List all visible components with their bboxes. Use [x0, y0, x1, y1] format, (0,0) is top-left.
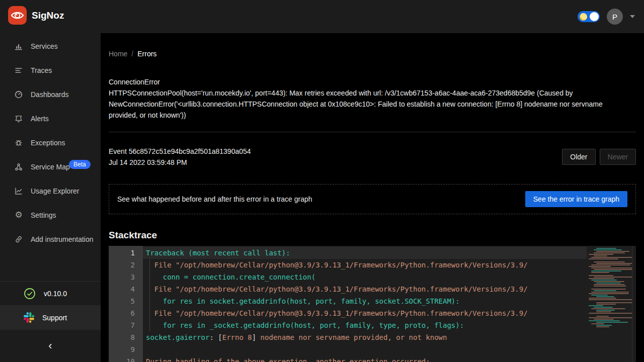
- code-line: File "/opt/homebrew/Cellar/python@3.9/3.…: [143, 259, 587, 271]
- sidebar-item-label: Settings: [31, 211, 56, 219]
- trace-graph-callout: See what happened before and after this …: [109, 184, 636, 214]
- sidebar-item-label: Exceptions: [31, 139, 65, 147]
- breadcrumb-current: Errors: [137, 50, 156, 58]
- sidebar-item-label: Alerts: [31, 115, 49, 123]
- avatar[interactable]: P: [607, 9, 623, 25]
- older-button[interactable]: Older: [562, 149, 595, 165]
- alert-bell-icon: [14, 114, 23, 123]
- line-number: 4: [109, 283, 143, 295]
- line-number: 3: [109, 271, 143, 283]
- node-graph-icon: [14, 162, 23, 171]
- stacktrace-title: Stacktrace: [109, 230, 636, 241]
- line-number: 1: [109, 247, 143, 259]
- version-label: v0.10.0: [44, 290, 67, 298]
- sidebar: ServicesTracesDashboardsAlertsExceptions…: [0, 33, 101, 362]
- sidebar-item-services[interactable]: Services: [0, 34, 101, 58]
- breadcrumb-home-link[interactable]: Home: [109, 50, 127, 58]
- sidebar-item-service-map[interactable]: Service MapBeta: [0, 155, 101, 179]
- sidebar-item-dashboards[interactable]: Dashboards: [0, 82, 101, 107]
- see-error-in-trace-graph-button[interactable]: See the error in trace graph: [525, 191, 627, 207]
- code-line: During handling of the above exception, …: [143, 355, 587, 362]
- line-number: 9: [109, 343, 143, 355]
- header-actions: P: [578, 0, 635, 33]
- line-number: 6: [109, 307, 143, 319]
- event-info: Event 56c8572c51e94bc9a2f501a81390a054 J…: [109, 146, 251, 168]
- error-message: HTTPSConnectionPool(host='run.mocekdy.io…: [109, 87, 628, 121]
- code-line: socket.gaierror: [Errno 8] nodename nor …: [143, 331, 587, 343]
- sidebar-item-label: Add instrumentation: [31, 235, 94, 243]
- slack-icon: [24, 312, 34, 323]
- moon-icon: [580, 13, 587, 21]
- code-line: for res in socket.getaddrinfo(host, port…: [143, 295, 587, 307]
- line-number: 2: [109, 259, 143, 271]
- code-line: Traceback (most recent call last):: [143, 247, 587, 259]
- breadcrumb: Home / Errors: [109, 50, 636, 58]
- signoz-logo-icon: [8, 6, 27, 25]
- main-content: Home / Errors ConnectionError HTTPSConne…: [101, 33, 644, 362]
- line-chart-icon: [14, 187, 23, 196]
- breadcrumb-separator: /: [131, 50, 133, 58]
- collapse-sidebar-icon[interactable]: ‹: [48, 341, 52, 351]
- check-circle-icon: [24, 288, 36, 300]
- event-id: Event 56c8572c51e94bc9a2f501a81390a054: [109, 146, 251, 157]
- event-nav-buttons: Older Newer: [562, 149, 636, 165]
- gear-icon: ⚙: [14, 211, 23, 220]
- sidebar-item-label: Traces: [31, 66, 52, 74]
- brand[interactable]: SigNoz: [8, 6, 64, 25]
- link-icon: [14, 235, 23, 244]
- sidebar-item-label: Service Map: [31, 163, 70, 171]
- code-lines: Traceback (most recent call last): File …: [143, 246, 587, 362]
- sidebar-nav: ServicesTracesDashboardsAlertsExceptions…: [0, 33, 101, 251]
- line-number: 7: [109, 319, 143, 331]
- event-row: Event 56c8572c51e94bc9a2f501a81390a054 J…: [109, 146, 636, 168]
- sidebar-item-traces[interactable]: Traces: [0, 58, 101, 82]
- version-row[interactable]: v0.10.0: [0, 281, 101, 305]
- code-line: conn = connection.create_connection(: [143, 271, 587, 283]
- newer-button[interactable]: Newer: [600, 149, 636, 165]
- code-line: File "/opt/homebrew/Cellar/python@3.9/3.…: [143, 307, 587, 319]
- code-scrollbar[interactable]: [632, 246, 636, 362]
- sidebar-item-usage-explorer[interactable]: Usage Explorer: [0, 179, 101, 203]
- error-summary: ConnectionError HTTPSConnectionPool(host…: [109, 76, 636, 121]
- sidebar-item-settings[interactable]: ⚙Settings: [0, 203, 101, 227]
- bug-icon: [14, 138, 23, 147]
- collapse-row: ‹: [0, 330, 101, 362]
- brand-name: SigNoz: [32, 10, 64, 21]
- top-header: SigNoz P: [0, 0, 644, 33]
- toggle-knob: [590, 12, 599, 21]
- line-number: 10: [109, 355, 143, 362]
- line-number-gutter: 12345678910: [109, 246, 143, 362]
- code-line: for res in _socket.getaddrinfo(host, por…: [143, 319, 587, 331]
- line-number: 8: [109, 331, 143, 343]
- sidebar-item-exceptions[interactable]: Exceptions: [0, 131, 101, 155]
- sidebar-item-add-instrumentation[interactable]: Add instrumentation: [0, 227, 101, 251]
- sidebar-item-label: Services: [31, 42, 58, 50]
- bar-chart-icon: [14, 42, 23, 51]
- chevron-down-icon[interactable]: [630, 15, 635, 18]
- theme-toggle[interactable]: [578, 11, 600, 22]
- beta-badge: Beta: [69, 160, 91, 169]
- stacktrace-code-block: 12345678910 Traceback (most recent call …: [109, 246, 636, 362]
- sidebar-item-label: Dashboards: [31, 90, 69, 99]
- sidebar-bottom: v0.10.0 Support ‹: [0, 281, 101, 362]
- trace-callout-text: See what happened before and after this …: [117, 195, 312, 203]
- error-type: ConnectionError: [109, 76, 636, 87]
- sidebar-item-label: Usage Explorer: [31, 187, 79, 195]
- event-timestamp: Jul 14 2022 03:59:48 PM: [109, 157, 251, 168]
- sidebar-item-alerts[interactable]: Alerts: [0, 107, 101, 131]
- line-number: 5: [109, 295, 143, 307]
- dashboard-icon: [14, 90, 23, 99]
- code-line: [143, 343, 587, 355]
- code-minimap[interactable]: [587, 246, 632, 362]
- divider: [109, 132, 636, 132]
- list-lines-icon: [14, 66, 23, 75]
- code-line: File "/opt/homebrew/Cellar/python@3.9/3.…: [143, 283, 587, 295]
- support-label: Support: [42, 314, 67, 322]
- sidebar-item-support[interactable]: Support: [0, 305, 101, 330]
